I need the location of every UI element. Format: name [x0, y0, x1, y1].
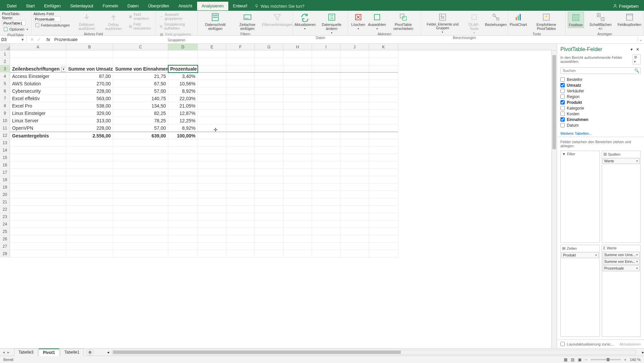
- field-item-umsatz[interactable]: Umsatz: [560, 82, 641, 88]
- field-item-kategorie[interactable]: Kategorie: [560, 105, 641, 111]
- cell[interactable]: [283, 102, 312, 110]
- cell[interactable]: [255, 95, 283, 102]
- field-item-produkt[interactable]: Produkt: [560, 99, 641, 105]
- cell[interactable]: [226, 250, 255, 257]
- cell[interactable]: [312, 213, 340, 220]
- cell[interactable]: [10, 228, 66, 235]
- cell[interactable]: [113, 220, 168, 228]
- cell[interactable]: [312, 124, 340, 132]
- cell[interactable]: [283, 50, 312, 58]
- cell[interactable]: [369, 73, 398, 80]
- field-settings-button[interactable]: Feldeinstellungen: [34, 22, 71, 28]
- sheet-tab-tabelle3[interactable]: Tabelle3: [14, 349, 38, 356]
- sheet-tab-tabelle1[interactable]: Tabelle1: [60, 349, 84, 356]
- row-header[interactable]: 6: [0, 87, 10, 95]
- sheet-nav-last-icon[interactable]: ▸: [7, 350, 9, 355]
- cell[interactable]: [255, 184, 283, 191]
- cell[interactable]: [198, 228, 226, 235]
- cell[interactable]: [66, 198, 113, 206]
- field-checkbox[interactable]: [560, 117, 565, 122]
- cell[interactable]: [283, 95, 312, 102]
- cell[interactable]: [283, 80, 312, 87]
- cell[interactable]: [312, 220, 340, 228]
- cell[interactable]: [10, 50, 66, 58]
- cell[interactable]: [10, 154, 66, 161]
- cell[interactable]: AWS Solution: [10, 80, 66, 87]
- cell[interactable]: [255, 73, 283, 80]
- cell[interactable]: [340, 124, 369, 132]
- cell[interactable]: [369, 243, 398, 250]
- cell[interactable]: [369, 191, 398, 198]
- reduce-field-button[interactable]: ⊟Feld reduzieren: [127, 22, 153, 31]
- cell[interactable]: [283, 65, 312, 73]
- update-button[interactable]: Aktualisieren: [619, 342, 641, 346]
- cell[interactable]: 82,25: [113, 110, 168, 117]
- cell[interactable]: [340, 58, 369, 65]
- cell[interactable]: [255, 147, 283, 154]
- row-header[interactable]: 22: [0, 206, 10, 213]
- cell[interactable]: [340, 80, 369, 87]
- cell[interactable]: [226, 132, 255, 139]
- cell[interactable]: [283, 132, 312, 139]
- chevron-down-icon[interactable]: ▾: [636, 253, 638, 256]
- cell[interactable]: [283, 147, 312, 154]
- values-drop-zone[interactable]: ΣWerte Summe von Ums...▾Summe von Einn..…: [602, 245, 641, 337]
- cell[interactable]: [226, 184, 255, 191]
- name-box-dropdown[interactable]: ▾: [20, 37, 25, 42]
- cell[interactable]: 639,00: [113, 132, 168, 139]
- cell[interactable]: [113, 147, 168, 154]
- chevron-down-icon[interactable]: ▾: [595, 253, 597, 257]
- cell[interactable]: [369, 58, 398, 65]
- col-header-C[interactable]: C: [113, 44, 168, 50]
- cell[interactable]: [312, 243, 340, 250]
- cell[interactable]: 87,00: [66, 73, 113, 80]
- cell[interactable]: [113, 213, 168, 220]
- cell[interactable]: [340, 235, 369, 243]
- cell[interactable]: [168, 50, 198, 58]
- cell[interactable]: [312, 198, 340, 206]
- cell[interactable]: [226, 124, 255, 132]
- row-header[interactable]: 15: [0, 154, 10, 161]
- row-header[interactable]: 16: [0, 161, 10, 169]
- tab-start[interactable]: Start: [21, 2, 39, 10]
- row-header[interactable]: 12: [0, 132, 10, 139]
- row-header[interactable]: 28: [0, 250, 10, 257]
- cell[interactable]: [255, 235, 283, 243]
- cell[interactable]: [340, 110, 369, 117]
- cell[interactable]: [226, 65, 255, 73]
- cell[interactable]: [283, 139, 312, 147]
- cell[interactable]: [66, 235, 113, 243]
- expand-formula-bar[interactable]: ⌄: [637, 37, 644, 42]
- view-normal-icon[interactable]: ▦: [564, 357, 567, 362]
- cell[interactable]: [226, 213, 255, 220]
- cell[interactable]: [369, 198, 398, 206]
- cell[interactable]: [255, 65, 283, 73]
- cell[interactable]: [66, 161, 113, 169]
- cell[interactable]: [312, 147, 340, 154]
- cell[interactable]: [113, 184, 168, 191]
- cell[interactable]: [198, 198, 226, 206]
- rows-drop-zone[interactable]: ▤Zeilen Produkt▾: [560, 245, 600, 337]
- cell[interactable]: [113, 154, 168, 161]
- cell[interactable]: [283, 220, 312, 228]
- active-field-input[interactable]: [34, 16, 60, 22]
- field-checkbox[interactable]: [560, 100, 565, 105]
- share-button[interactable]: Freigeben: [609, 2, 642, 11]
- horizontal-scrollbar[interactable]: [112, 350, 636, 355]
- cell[interactable]: [369, 110, 398, 117]
- cell[interactable]: [312, 184, 340, 191]
- cell[interactable]: [312, 117, 340, 124]
- cell[interactable]: [283, 117, 312, 124]
- cell[interactable]: [283, 176, 312, 184]
- cell[interactable]: [198, 184, 226, 191]
- cell[interactable]: [369, 139, 398, 147]
- cell[interactable]: [255, 154, 283, 161]
- cell[interactable]: [369, 87, 398, 95]
- cell[interactable]: [283, 154, 312, 161]
- cell[interactable]: [226, 139, 255, 147]
- cell[interactable]: 134,50: [113, 102, 168, 110]
- cell[interactable]: [283, 87, 312, 95]
- cell[interactable]: [340, 102, 369, 110]
- cell[interactable]: [340, 65, 369, 73]
- cell[interactable]: [255, 110, 283, 117]
